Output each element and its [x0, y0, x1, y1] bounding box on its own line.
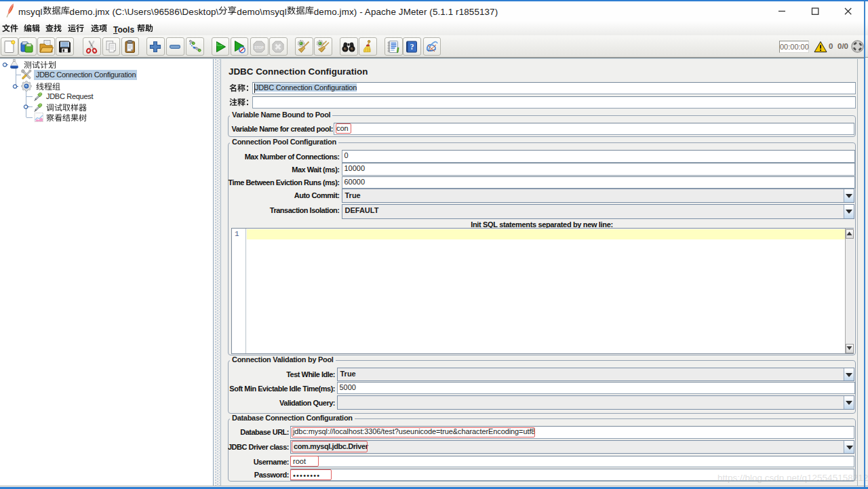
svg-text:STOP: STOP — [254, 45, 264, 49]
svg-text:?: ? — [410, 43, 414, 51]
